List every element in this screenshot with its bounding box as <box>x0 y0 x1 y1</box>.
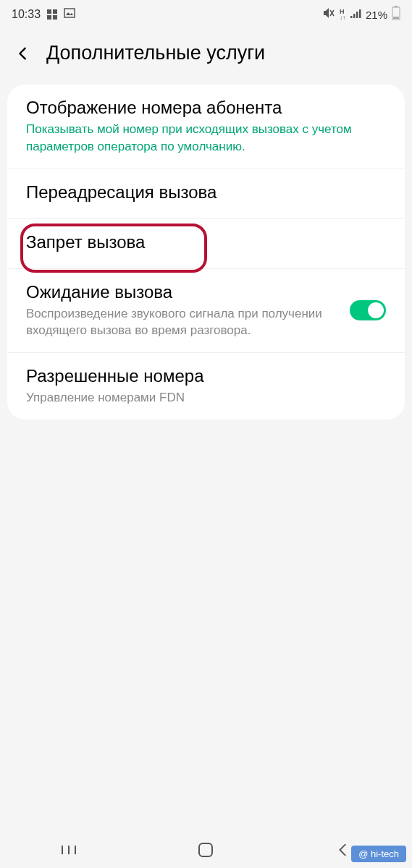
svg-rect-11 <box>359 9 361 18</box>
svg-rect-1 <box>53 9 57 14</box>
page-title: Дополнительные услуги <box>46 42 265 64</box>
mute-icon <box>322 7 335 22</box>
call-waiting-title: Ожидание вызова <box>26 282 341 302</box>
apps-icon <box>46 9 58 20</box>
status-right: H ↓↑ 21% <box>322 6 400 23</box>
picture-icon <box>64 7 75 22</box>
svg-rect-2 <box>47 15 51 20</box>
call-waiting-toggle[interactable] <box>350 300 386 320</box>
call-waiting-item[interactable]: Ожидание вызова Воспроизведение звуковог… <box>7 269 405 354</box>
svg-rect-9 <box>353 14 356 18</box>
call-forwarding-title: Переадресация вызова <box>26 182 386 203</box>
svg-rect-3 <box>53 15 57 20</box>
status-left: 10:33 <box>12 7 75 22</box>
data-icon: H ↓↑ <box>340 9 345 21</box>
svg-rect-10 <box>356 12 358 18</box>
back-button[interactable] <box>14 45 32 62</box>
allowed-numbers-item[interactable]: Разрешенные номера Управление номерами F… <box>7 353 405 420</box>
toggle-knob <box>368 302 384 318</box>
svg-marker-5 <box>66 12 73 15</box>
svg-rect-0 <box>47 9 51 14</box>
settings-card: Отображение номера абонента Показывать м… <box>7 85 405 420</box>
status-time: 10:33 <box>12 8 41 21</box>
watermark: @ hi-tech <box>351 846 406 862</box>
allowed-numbers-subtitle: Управление номерами FDN <box>26 389 386 407</box>
call-barring-item[interactable]: Запрет вызова <box>7 219 405 269</box>
signal-icon <box>350 7 361 22</box>
battery-percent: 21% <box>366 9 387 21</box>
svg-rect-8 <box>350 16 353 18</box>
caller-id-title: Отображение номера абонента <box>26 98 386 118</box>
call-waiting-subtitle: Воспроизведение звукового сигнала при по… <box>26 305 341 340</box>
call-forwarding-item[interactable]: Переадресация вызова <box>7 169 405 219</box>
battery-icon <box>392 6 400 23</box>
svg-rect-4 <box>64 9 75 17</box>
allowed-numbers-title: Разрешенные номера <box>26 366 386 386</box>
call-barring-title: Запрет вызова <box>26 232 386 252</box>
caller-id-item[interactable]: Отображение номера абонента Показывать м… <box>7 85 405 169</box>
app-header: Дополнительные услуги <box>0 29 412 77</box>
recents-button[interactable] <box>40 835 98 864</box>
svg-rect-18 <box>199 843 212 856</box>
navigation-bar <box>0 832 412 868</box>
status-bar: 10:33 H ↓↑ 21% <box>0 0 412 29</box>
caller-id-subtitle: Показывать мой номер при исходящих вызов… <box>26 121 386 156</box>
watermark-text: @ hi-tech <box>358 848 399 859</box>
svg-rect-14 <box>393 17 399 19</box>
home-button[interactable] <box>177 835 235 864</box>
